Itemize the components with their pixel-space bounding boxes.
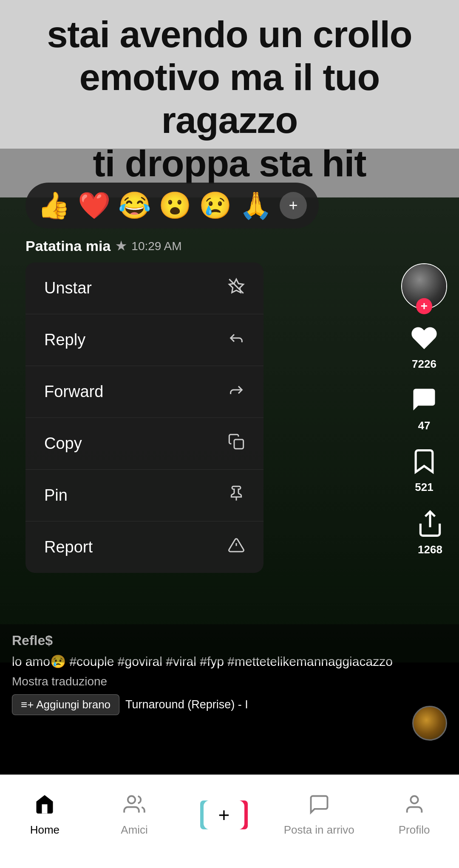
nav-item-create[interactable]: + [194, 800, 254, 829]
follow-button[interactable]: + [416, 298, 432, 314]
create-plus-icon: + [204, 800, 244, 829]
inbox-icon [308, 793, 330, 820]
like-action-group: 7226 [407, 321, 441, 371]
nav-item-inbox[interactable]: Posta in arrivo [284, 793, 354, 837]
add-reaction-button[interactable]: + [280, 192, 307, 219]
add-sound-button[interactable]: ≡+ Aggiungi brano [12, 694, 119, 715]
pin-label: Pin [44, 486, 68, 504]
report-label: Report [44, 538, 93, 556]
report-icon [228, 537, 245, 558]
copy-icon [228, 433, 245, 454]
share-action-group: 1268 [413, 507, 447, 707]
translate-link[interactable]: Mostra traduzione [12, 675, 447, 688]
nav-item-home[interactable]: Home [15, 793, 74, 837]
like-button[interactable] [407, 321, 441, 355]
pin-menu-item[interactable]: Pin [26, 470, 264, 521]
profilo-label: Profilo [399, 823, 430, 837]
forward-menu-item[interactable]: Forward [26, 366, 264, 418]
profile-icon [403, 793, 425, 820]
comment-button[interactable] [407, 383, 441, 417]
reaction-pray[interactable]: 🙏 [239, 190, 272, 221]
forward-label: Forward [44, 383, 103, 401]
home-icon [34, 793, 56, 820]
bookmark-button[interactable] [407, 444, 441, 478]
home-label: Home [30, 823, 60, 837]
share-count: 1268 [418, 543, 442, 556]
right-actions-panel: + 7226 47 521 [401, 263, 447, 494]
bookmark-count: 521 [415, 481, 433, 494]
message-time: 10:29 AM [131, 240, 181, 253]
nav-item-profilo[interactable]: Profilo [385, 793, 444, 837]
unstar-label: Unstar [44, 279, 92, 297]
report-menu-item[interactable]: Report [26, 521, 264, 573]
music-bar: ≡+ Aggiungi brano Turnaround (Reprise) -… [12, 694, 447, 715]
share-button[interactable] [413, 507, 447, 541]
reaction-laugh[interactable]: 😂 [118, 190, 151, 221]
music-btn-label: ≡+ Aggiungi brano [21, 698, 110, 711]
reaction-heart[interactable]: ❤️ [78, 190, 110, 221]
reaction-thumbs-up[interactable]: 👍 [37, 190, 70, 221]
reaction-bar: 👍 ❤️ 😂 😮 😢 🙏 + [26, 183, 319, 228]
album-art[interactable] [412, 706, 447, 741]
forward-icon [228, 381, 245, 402]
reply-menu-item[interactable]: Reply [26, 314, 264, 366]
friends-icon [123, 793, 145, 820]
music-title: Turnaround (Reprise) - I [125, 698, 248, 711]
reply-label: Reply [44, 331, 85, 349]
nav-item-amici[interactable]: Amici [105, 793, 164, 837]
copy-menu-item[interactable]: Copy [26, 418, 264, 470]
pin-icon [228, 485, 245, 506]
creator-avatar-wrapper[interactable]: + [401, 263, 447, 309]
unstar-icon [228, 278, 245, 299]
bottom-navigation: Home Amici + Posta in arrivo [0, 775, 459, 868]
copy-label: Copy [44, 434, 82, 453]
starred-icon: ★ [116, 239, 126, 253]
like-count: 7226 [412, 358, 436, 371]
bookmark-action-group: 521 [407, 444, 441, 494]
unstar-menu-item[interactable]: Unstar [26, 262, 264, 314]
reaction-wow[interactable]: 😮 [159, 190, 191, 221]
sender-name: Patatina mia [26, 238, 110, 254]
message-area: Patatina mia ★ 10:29 AM [26, 238, 182, 258]
comment-action-group: 47 [407, 383, 441, 432]
context-menu: Unstar Reply Forward Copy [26, 262, 264, 573]
svg-point-10 [128, 796, 135, 803]
comment-count: 47 [418, 419, 431, 432]
reaction-cry[interactable]: 😢 [199, 190, 232, 221]
svg-point-11 [411, 796, 418, 803]
amici-label: Amici [121, 823, 148, 837]
reply-icon [228, 330, 245, 350]
inbox-label: Posta in arrivo [284, 823, 354, 837]
svg-rect-2 [234, 440, 244, 449]
message-sender-label: Patatina mia ★ 10:29 AM [26, 238, 182, 254]
